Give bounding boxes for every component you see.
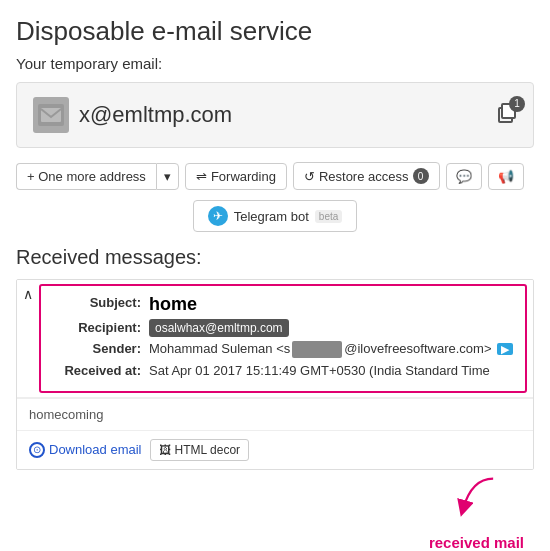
forwarding-button[interactable]: ⇌ Forwarding (185, 163, 287, 190)
sender-label: Sender: (51, 340, 141, 358)
download-email-link[interactable]: ⊙ Download email (29, 442, 142, 458)
one-more-address-dropdown[interactable]: ▾ (156, 163, 179, 190)
copy-button[interactable]: 1 (495, 102, 517, 129)
html-decor-icon: 🖼 (159, 443, 171, 457)
telegram-icon: ✈ (208, 206, 228, 226)
html-decor-button[interactable]: 🖼 HTML decor (150, 439, 250, 461)
restore-icon: ↺ (304, 169, 315, 184)
message-actions: ⊙ Download email 🖼 HTML decor (17, 430, 533, 469)
telegram-button[interactable]: ✈ Telegram bot beta (193, 200, 358, 232)
svg-rect-1 (41, 108, 61, 122)
sender-blurred: xxxxxxx (292, 341, 342, 358)
recipient-label: Recipient: (51, 319, 141, 337)
one-more-address-button[interactable]: + One more address (16, 163, 156, 190)
received-mail-annotation: received mail (429, 470, 524, 551)
sender-value: Mohammad Suleman <sxxxxxxx@ilovefreesoft… (149, 340, 513, 358)
restore-access-button[interactable]: ↺ Restore access 0 (293, 162, 440, 190)
message-card[interactable]: Subject: home Recipient: osalwhax@emltmp… (39, 284, 527, 393)
messages-area: ∧ Subject: home Recipient: osalwhax@emlt… (16, 279, 534, 470)
copy-badge: 1 (509, 96, 525, 112)
received-at-value: Sat Apr 01 2017 15:11:49 GMT+0530 (India… (149, 362, 490, 380)
telegram-bar: ✈ Telegram bot beta (16, 200, 534, 232)
subject-field: Subject: home (51, 294, 515, 316)
action-bar: + One more address ▾ ⇌ Forwarding ↺ Rest… (16, 162, 534, 190)
email-address: x@emltmp.com (79, 102, 485, 128)
megaphone-button[interactable]: 📢 (488, 163, 524, 190)
beta-badge: beta (315, 210, 342, 223)
annotation-area: received mail (16, 470, 534, 550)
message-preview: homecoming (17, 398, 533, 430)
avatar-icon (33, 97, 69, 133)
email-box: x@emltmp.com 1 (16, 82, 534, 148)
subject-value: home (149, 294, 197, 316)
download-email-label: Download email (49, 442, 142, 457)
forwarding-icon: ⇌ (196, 169, 207, 184)
chat-button[interactable]: 💬 (446, 163, 482, 190)
subject-label: Subject: (51, 294, 141, 312)
arrow-icon (446, 470, 506, 530)
download-icon: ⊙ (29, 442, 45, 458)
message-row: ∧ Subject: home Recipient: osalwhax@emlt… (17, 280, 533, 398)
html-decor-label: HTML decor (175, 443, 241, 457)
received-at-label: Received at: (51, 362, 141, 380)
temp-email-label: Your temporary email: (16, 55, 534, 72)
recipient-value: osalwhax@emltmp.com (149, 319, 289, 338)
recipient-field: Recipient: osalwhax@emltmp.com (51, 319, 515, 338)
received-messages-title: Received messages: (16, 246, 534, 269)
overflow-indicator: ▶ (497, 343, 513, 355)
telegram-label: Telegram bot (234, 209, 309, 224)
sender-field: Sender: Mohammad Suleman <sxxxxxxx@ilove… (51, 340, 515, 358)
one-more-address-group: + One more address ▾ (16, 163, 179, 190)
megaphone-icon: 📢 (498, 169, 514, 184)
received-mail-label: received mail (429, 534, 524, 551)
received-at-field: Received at: Sat Apr 01 2017 15:11:49 GM… (51, 362, 515, 380)
collapse-icon[interactable]: ∧ (23, 286, 33, 302)
restore-badge: 0 (413, 168, 429, 184)
page-title: Disposable e-mail service (16, 16, 534, 47)
chat-icon: 💬 (456, 169, 472, 184)
